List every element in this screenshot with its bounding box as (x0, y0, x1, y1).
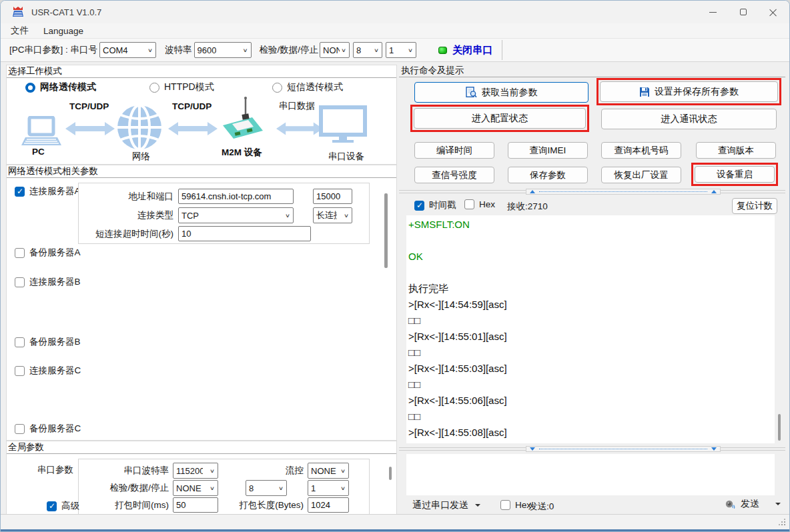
splitter-handle[interactable] (526, 189, 721, 195)
close-button[interactable] (758, 1, 788, 23)
baud-label: 波特率 (165, 44, 192, 56)
serial-baud-select[interactable]: 115200 ∨ (173, 463, 218, 479)
conn-type-select[interactable]: TCP ∨ (178, 207, 294, 223)
menu-language[interactable]: Language (43, 26, 83, 36)
global-scrollbar-thumb[interactable] (389, 467, 392, 480)
send-via-serial-dropdown[interactable]: 通过串口发送 (412, 499, 480, 511)
button-label: 复位计数 (737, 200, 773, 212)
radio-net-transparent-mode[interactable]: 网络透传模式 (25, 81, 96, 93)
checkbox-icon (15, 248, 25, 258)
flow-ctrl-select[interactable]: NONE ∨ (308, 463, 349, 479)
keepalive-value: 长连接 (316, 209, 337, 221)
log-line: >[Rx<-][14:54:59][asc] (408, 297, 775, 313)
checkbox-label: 备份服务器C (29, 423, 81, 435)
checkbox-label: 备份服务器B (29, 336, 81, 348)
net-params-group: 网络透传模式相关参数 连接服务器A 地址和端口 连接类型 TCP ∨ 长连接 ∨… (6, 165, 397, 441)
send-hex-checkbox[interactable]: Hex (500, 500, 531, 510)
checkbox-icon (15, 366, 25, 376)
keepalive-select[interactable]: 长连接 ∨ (313, 207, 352, 223)
stop-bits-select[interactable]: 1 ∨ (386, 42, 416, 58)
pack-len-label: 打包长度(Bytes) (222, 497, 304, 513)
log-scrollbar-thumb[interactable] (778, 414, 781, 441)
pack-len-input[interactable] (308, 497, 349, 513)
connect-server-c-checkbox[interactable]: 连接服务器C (15, 365, 81, 377)
minimize-icon (709, 12, 717, 13)
short-conn-timeout-label: 短连接超时时间(秒) (79, 226, 173, 241)
query-phone-number-button[interactable]: 查询本机号码 (601, 142, 681, 159)
parity-select[interactable]: NONE ∨ (320, 42, 350, 58)
send-input-area[interactable] (406, 454, 775, 495)
collapse-up-icon (711, 190, 717, 193)
query-imei-button[interactable]: 查询IMEI (508, 142, 588, 159)
chevron-down-icon: ∨ (340, 467, 346, 473)
close-port-button[interactable]: 关闭串口 (452, 44, 492, 57)
server-a-address-input[interactable] (178, 189, 294, 204)
splitter-dots (539, 449, 707, 449)
menu-file[interactable]: 文件 (11, 25, 29, 37)
server-a-port-input[interactable] (313, 189, 352, 204)
data-bits-select[interactable]: 8 ∨ (353, 42, 382, 58)
chevron-down-icon: ∨ (340, 485, 346, 491)
baud-value: 9600 (198, 45, 217, 55)
minimize-button[interactable] (698, 1, 728, 23)
maximize-button[interactable] (728, 1, 758, 23)
radio-httpd-mode[interactable]: HTTPD模式 (149, 81, 214, 93)
work-mode-title: 选择工作模式 (7, 65, 396, 78)
backup-server-b-checkbox[interactable]: 备份服务器B (15, 336, 81, 348)
work-mode-group: 选择工作模式 网络透传模式 HTTPD模式 短信透传模式 PC TCP/UDP (6, 65, 397, 165)
server-a-fieldset: 地址和端口 连接类型 TCP ∨ 长连接 ∨ 短连接超时时间(秒) (78, 183, 370, 244)
device-restart-button[interactable]: 设备重启 (695, 166, 775, 183)
send-button[interactable]: 发送 (725, 498, 781, 510)
receive-log-area[interactable]: +SMSFLT:ON OK 执行完毕 >[Rx<-][14:54:59][asc… (406, 215, 775, 443)
log-line: >[Rx<-][14:55:01][asc] (408, 329, 775, 345)
enter-comm-state-button[interactable]: 进入通讯状态 (601, 109, 777, 129)
backup-server-c-checkbox[interactable]: 备份服务器C (15, 423, 81, 435)
radio-sms-mode[interactable]: 短信透传模式 (272, 81, 343, 93)
checkbox-checked-icon (15, 187, 25, 197)
upper-splitter[interactable] (399, 189, 785, 195)
diagram-pc-label: PC (32, 147, 45, 157)
short-conn-timeout-input[interactable] (178, 226, 311, 241)
backup-server-a-checkbox[interactable]: 备份服务器A (15, 247, 81, 259)
baud-select[interactable]: 9600 ∨ (194, 42, 252, 58)
chevron-down-icon: ∨ (278, 485, 284, 491)
conn-type-label: 连接类型 (79, 207, 173, 223)
get-current-params-button[interactable]: 获取当前参数 (414, 82, 588, 103)
query-version-button[interactable]: 查询版本 (696, 142, 776, 159)
pack-time-input[interactable] (173, 497, 218, 513)
serial-stop-bits-value: 1 (311, 483, 316, 493)
serial-stop-bits-select[interactable]: 1 ∨ (308, 480, 349, 496)
connect-server-a-checkbox[interactable]: 连接服务器A (15, 185, 81, 197)
splitter-handle[interactable] (526, 446, 721, 452)
caret-down-icon (775, 503, 781, 505)
serial-parity-select[interactable]: NONE ∨ (173, 480, 218, 496)
set-save-all-params-button[interactable]: 设置并保存所有参数 (600, 81, 778, 102)
advanced-checkbox[interactable]: 高级 (47, 500, 79, 512)
maximize-icon (740, 9, 747, 15)
title-bar: USR-CAT1 V1.0.7 (1, 1, 789, 23)
resize-grip[interactable] (777, 517, 785, 525)
lower-splitter[interactable] (399, 446, 785, 452)
caret-down-icon (475, 504, 480, 507)
left-scrollbar-thumb[interactable] (384, 193, 388, 268)
serial-data-bits-select[interactable]: 8 ∨ (246, 480, 287, 496)
recv-hex-checkbox[interactable]: Hex (464, 199, 495, 209)
chevron-down-icon: ∨ (285, 212, 290, 218)
connect-server-b-checkbox[interactable]: 连接服务器B (15, 276, 81, 288)
serial-toolbar: [PC串口参数] : 串口号 COM4 ∨ 波特率 9600 ∨ 检验/数据/停… (1, 38, 789, 62)
log-line: 执行完毕 (408, 281, 775, 297)
chevron-down-icon: ∨ (210, 485, 215, 491)
log-line: □□ (408, 345, 775, 361)
app-window: USR-CAT1 V1.0.7 文件 Language [PC串口参数] : 串… (0, 0, 790, 532)
chevron-down-icon: ∨ (344, 212, 349, 218)
save-params-button[interactable]: 保存参数 (508, 167, 588, 183)
enter-config-state-button[interactable]: 进入配置状态 (414, 108, 586, 129)
query-signal-button[interactable]: 查信号强度 (414, 167, 494, 183)
timestamp-checkbox[interactable]: 时间戳 (414, 199, 456, 211)
com-port-select[interactable]: COM4 ∨ (99, 42, 156, 58)
compile-time-button[interactable]: 编译时间 (414, 142, 494, 159)
log-line (408, 265, 775, 281)
chevron-down-icon: ∨ (408, 47, 413, 53)
factory-reset-button[interactable]: 恢复出厂设置 (601, 167, 681, 183)
reset-count-button[interactable]: 复位计数 (732, 198, 777, 214)
